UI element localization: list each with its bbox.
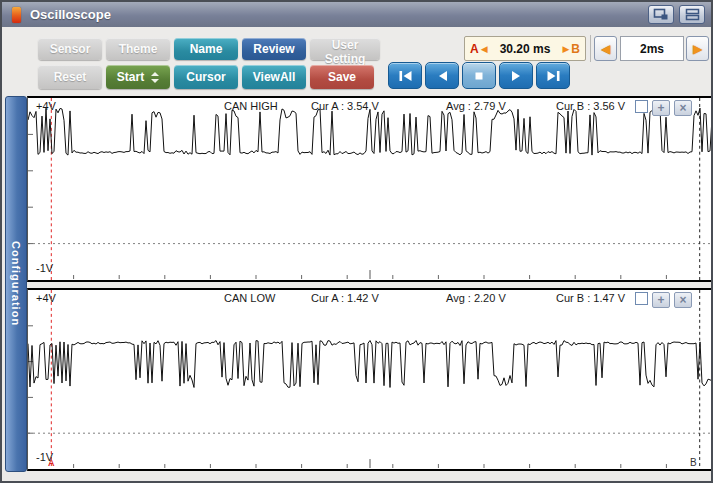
window-title: Oscilloscope [30,7,111,22]
waveform-panel-can-high: +4V CAN HIGH Cur A : 3.54 V Avg : 2.79 V… [27,96,713,282]
cursor-b-readout: Cur B : 1.47 V [556,292,625,304]
transport-skip-start-button[interactable] [388,62,422,89]
cursor-a-readout: Cur A : 3.54 V [311,100,379,112]
zoom-in-button[interactable]: + [652,100,670,116]
zoom-in-button[interactable]: + [652,292,670,308]
oscilloscope-window: Oscilloscope Sensor Theme Name Review Us… [0,0,713,483]
title-bar: Oscilloscope [2,2,711,27]
save-button[interactable]: Save [310,65,374,89]
close-panel-button[interactable]: × [674,292,692,308]
configuration-tab[interactable]: Configuration [5,96,27,472]
channel-name: CAN LOW [224,292,275,304]
review-button[interactable]: Review [242,38,306,60]
configuration-tab-label: Configuration [10,241,22,326]
scale-top-label: +4V [36,100,56,112]
toolbar-separator [590,35,591,62]
user-setting-button[interactable]: User Setting [310,38,380,60]
new-window-icon [653,8,669,21]
tile-windows-icon [685,8,700,21]
timebase-next-button[interactable]: ▶ [686,36,709,61]
toolbar: Sensor Theme Name Review User Setting Re… [2,27,711,95]
stop-icon [473,70,485,82]
app-icon [12,7,21,23]
scale-bottom-label: -1V [36,262,53,274]
cursor-b-readout: Cur B : 3.56 V [556,100,625,112]
timebase-next-icon: ▶ [693,42,702,56]
channel-select-checkbox[interactable] [635,292,648,305]
play-icon [510,70,523,82]
skip-end-icon [546,70,561,82]
channel-select-checkbox[interactable] [635,100,648,113]
can-high-waveform [28,98,712,280]
ab-time-value: 30.20 ms [490,42,561,56]
new-window-button[interactable] [648,5,674,24]
transport-step-back-button[interactable] [425,62,459,89]
cursor-b-label: B [571,42,580,56]
transport-controls [388,62,570,89]
timebase-prev-icon: ◀ [601,42,610,56]
start-button[interactable]: Start [106,65,170,89]
tile-windows-button[interactable] [679,5,705,24]
waveform-panel-can-low: +4V CAN LOW Cur A : 1.42 V Avg : 2.20 V … [27,288,713,471]
cursor-b-marker[interactable]: B [690,457,697,468]
transport-stop-button[interactable] [462,62,496,89]
transport-skip-end-button[interactable] [536,62,570,89]
viewall-button[interactable]: ViewAll [242,65,306,89]
timebase-prev-button[interactable]: ◀ [594,36,617,61]
cursor-b-arrow-icon: ▶ [562,44,569,54]
cursor-a-label: A [470,42,479,56]
theme-button[interactable]: Theme [106,38,170,60]
cursor-a-marker[interactable]: A [48,458,55,468]
cursor-a-arrow-icon: ◀ [481,44,488,54]
skip-start-icon [398,70,413,82]
step-back-icon [436,70,449,82]
can-low-waveform [28,290,712,469]
channel-name: CAN HIGH [224,100,278,112]
sensor-button[interactable]: Sensor [38,38,102,60]
start-spinner-icon [151,72,159,83]
transport-play-button[interactable] [499,62,533,89]
timebase-value[interactable]: 2ms [620,36,684,61]
reset-button[interactable]: Reset [38,65,102,89]
name-button[interactable]: Name [174,38,238,60]
cursor-a-readout: Cur A : 1.42 V [311,292,379,304]
cursor-button[interactable]: Cursor [174,65,238,89]
close-panel-button[interactable]: × [674,100,692,116]
scale-top-label: +4V [36,292,56,304]
average-readout: Avg : 2.20 V [446,292,506,304]
average-readout: Avg : 2.79 V [446,100,506,112]
start-button-label: Start [117,70,144,84]
cursor-ab-time-display: A ◀ 30.20 ms ▶ B [464,36,586,61]
